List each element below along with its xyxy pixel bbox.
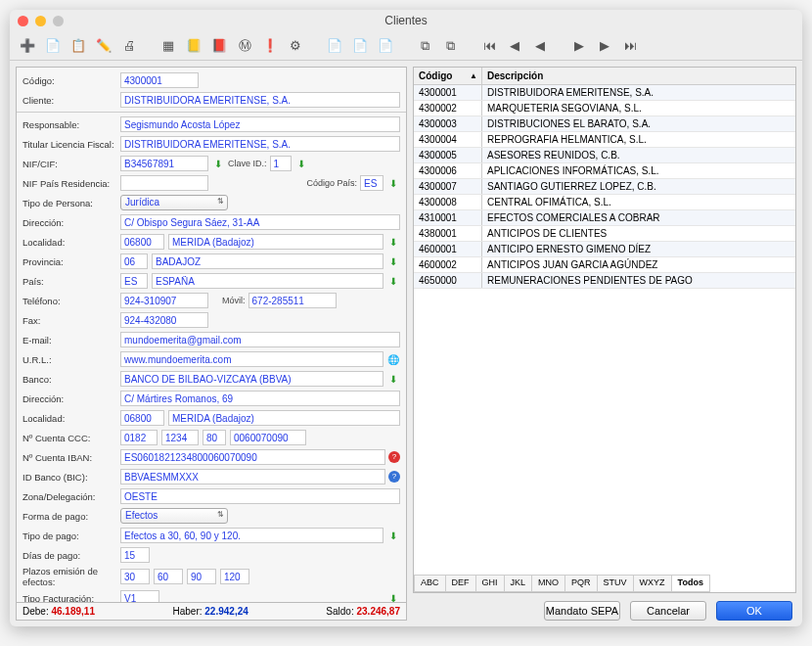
toolbar-btn-10[interactable]: ❗ [260,36,280,56]
toolbar-btn-6[interactable]: ▦ [158,36,178,56]
diaspago-input[interactable] [120,547,150,563]
tab-def[interactable]: DEF [446,575,476,592]
provincia-input[interactable] [152,254,383,269]
table-row[interactable]: 4650000REMUNERACIONES PENDIENTES DE PAGO [414,273,795,289]
ccc1-input[interactable] [120,430,158,445]
direccion2-input[interactable] [120,391,400,406]
ccc3-input[interactable] [203,430,226,445]
tab-todos[interactable]: Todos [672,575,710,592]
toolbar-btn-3[interactable]: ✏️ [94,36,113,56]
bic-help-icon[interactable]: ? [388,471,400,483]
provincia-arrow-icon[interactable]: ⬇ [386,254,400,268]
nifcif-input[interactable] [120,156,208,171]
cliente-input[interactable] [120,92,400,108]
mandato-sepa-button[interactable]: Mandato SEPA [544,601,620,621]
iban-warn-icon[interactable]: ? [388,451,400,463]
tab-pqr[interactable]: PQR [565,575,598,592]
cancel-button[interactable]: Cancelar [630,601,706,621]
banco-input[interactable] [120,371,383,387]
cp-input[interactable] [120,234,164,250]
url-input[interactable] [120,351,383,367]
paiscod-input[interactable] [120,273,148,289]
toolbar-btn-18[interactable]: ⧉ [440,36,460,56]
table-row[interactable]: 4300007SANTIAGO GUTIERREZ LOPEZ, C.B. [414,179,795,195]
p3-input[interactable] [187,569,216,584]
toolbar-btn-11[interactable]: ⚙ [286,36,305,56]
toolbar-btn-15[interactable]: 📄 [376,36,395,56]
tipopago-arrow-icon[interactable]: ⬇ [386,529,400,542]
tipofact-arrow-icon[interactable]: ⬇ [386,591,400,602]
claveid-arrow-icon[interactable]: ⬇ [294,157,308,170]
localidad-arrow-icon[interactable]: ⬇ [386,235,400,249]
tab-jkl[interactable]: JKL [505,575,533,592]
table-row[interactable]: 4300001DISTRIBUIDORA EMERITENSE, S.A. [414,85,795,101]
toolbar-btn-9[interactable]: Ⓜ [235,36,254,56]
toolbar-btn-20[interactable]: ⏮ [479,36,499,56]
table-row[interactable]: 4300006APLICACIONES INFORMÁTICAS, S.L. [414,163,795,179]
toolbar-btn-21[interactable]: ◀ [505,36,524,56]
toolbar-btn-14[interactable]: 📄 [350,36,370,56]
tipopago-input[interactable] [120,528,383,543]
table-row[interactable]: 4300004REPROGRAFIA HELMANTICA, S.L. [414,132,795,148]
toolbar-btn-26[interactable]: ⏭ [620,36,640,56]
fax-input[interactable] [120,312,208,328]
tab-wxyz[interactable]: WXYZ [634,575,672,592]
direccion-input[interactable] [120,214,400,230]
responsable-input[interactable] [120,116,400,132]
localidad2-input[interactable] [168,410,400,426]
tab-ghi[interactable]: GHI [476,575,505,592]
table-row[interactable]: 4600002ANTICIPOS JUAN GARCIA AGÚNDEZ [414,257,795,273]
iban-input[interactable] [120,449,385,465]
codpais-arrow-icon[interactable]: ⬇ [386,176,400,190]
p4-input[interactable] [220,569,249,584]
bic-input[interactable] [120,469,385,484]
toolbar-btn-0[interactable]: ➕ [18,36,37,56]
claveid-input[interactable] [270,156,292,171]
toolbar-btn-7[interactable]: 📒 [184,36,203,56]
toolbar-btn-24[interactable]: ▶ [569,36,589,56]
ccc4-input[interactable] [230,430,306,445]
formapago-select[interactable]: Efectos [120,508,228,524]
col-codigo[interactable]: Código▲ [414,68,482,84]
p2-input[interactable] [154,569,183,584]
toolbar-btn-17[interactable]: ⧉ [415,36,434,56]
titularlic-input[interactable] [120,136,400,152]
email-input[interactable] [120,332,400,347]
codpais-input[interactable] [360,175,383,191]
toolbar-btn-2[interactable]: 📋 [68,36,88,56]
ccc2-input[interactable] [161,430,199,445]
banco-arrow-icon[interactable]: ⬇ [386,372,400,386]
url-globe-icon[interactable]: 🌐 [386,352,400,366]
nifpais-input[interactable] [120,175,208,191]
tipofact-input[interactable] [120,590,159,602]
table-row[interactable]: 4300008CENTRAL OFIMÁTICA, S.L. [414,195,795,210]
codigo-input[interactable] [120,72,199,88]
table-row[interactable]: 4380001ANTICIPOS DE CLIENTES [414,226,795,242]
tab-stuv[interactable]: STUV [598,575,634,592]
table-row[interactable]: 4300003DISTRIBUCIONES EL BARATO, S.A. [414,116,795,132]
toolbar-btn-1[interactable]: 📄 [43,36,63,56]
col-descripcion[interactable]: Descripción [482,68,795,84]
provcod-input[interactable] [120,254,148,269]
pais-input[interactable] [152,273,383,289]
localidad-input[interactable] [168,234,383,250]
toolbar-btn-22[interactable]: ◀ [530,36,550,56]
table-row[interactable]: 4310001EFECTOS COMERCIALES A COBRAR [414,210,795,226]
ok-button[interactable]: OK [716,601,792,621]
toolbar-btn-8[interactable]: 📕 [209,36,229,56]
toolbar-btn-13[interactable]: 📄 [325,36,344,56]
tab-abc[interactable]: ABC [415,575,446,592]
telefono-input[interactable] [120,293,208,308]
pais-arrow-icon[interactable]: ⬇ [386,274,400,288]
p1-input[interactable] [120,569,150,584]
nifcif-search-icon[interactable]: ⬇ [211,157,225,170]
zona-input[interactable] [120,488,400,504]
movil-input[interactable] [248,293,337,308]
table-row[interactable]: 4600001ANTICIPO ERNESTO GIMENO DÍEZ [414,242,795,257]
table-row[interactable]: 4300005ASESORES REUNIDOS, C.B. [414,148,795,163]
toolbar-btn-25[interactable]: ▶ [595,36,614,56]
toolbar-btn-4[interactable]: 🖨 [119,36,139,56]
cp2-input[interactable] [120,410,164,426]
tipopersona-select[interactable]: Jurídica [120,195,228,210]
tab-mno[interactable]: MNO [532,575,565,592]
